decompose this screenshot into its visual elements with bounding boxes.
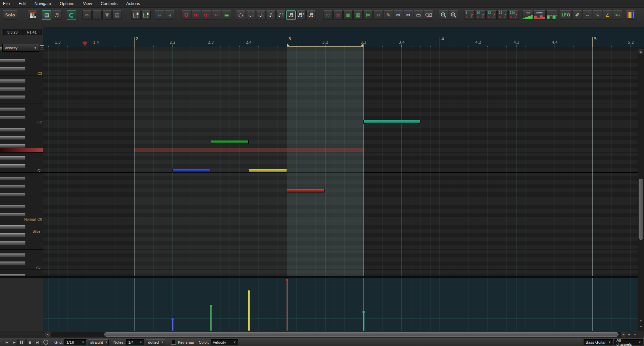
black-key[interactable] (0, 253, 26, 257)
lane-selector-dropdown[interactable]: Velocity ▼ (2, 44, 39, 52)
nudge-notes-icon[interactable]: ≡ (333, 10, 343, 20)
link-editor-icon[interactable]: ∞ (82, 10, 92, 20)
split-selection-icon[interactable]: ✂ (404, 10, 413, 20)
notation-view-icon[interactable]: ♬ (52, 10, 61, 20)
menu-options[interactable]: Options (60, 1, 74, 6)
repeat-button[interactable] (43, 340, 48, 345)
black-key[interactable] (0, 128, 26, 132)
grid-quantize-icon[interactable]: ▦ (353, 10, 363, 20)
play-button[interactable]: ▶ (11, 339, 18, 345)
highlighted-key-f1[interactable] (0, 148, 43, 152)
grid-size-dropdown[interactable]: 1/16 ▼ (64, 339, 87, 345)
quantize-end-icon[interactable]: Q| (202, 10, 211, 20)
loop-region-line[interactable] (287, 46, 363, 47)
snap-magnet-icon[interactable] (67, 10, 76, 20)
loop-end-flag[interactable] (360, 43, 363, 46)
timeline-ruler[interactable]: 23451.31.42.22.32.43.23.33.44.24.34.45.2 (43, 27, 644, 48)
event-properties-icon[interactable]: ▤ (112, 10, 122, 20)
compress-velocity-icon[interactable]: ▆↑▆↑ (546, 10, 557, 20)
razor-icon[interactable]: ▭ (414, 10, 423, 20)
horizontal-zoom-in-button[interactable]: + (628, 333, 630, 337)
black-key[interactable] (0, 177, 26, 180)
copy-notes-green-icon[interactable] (141, 10, 151, 20)
note-c1-b[interactable] (249, 169, 287, 172)
note-rows-icon[interactable]: ≣ (343, 10, 353, 20)
curve-draw-icon[interactable]: ⌣ (583, 10, 592, 20)
menu-contents[interactable]: Contents (101, 1, 117, 6)
velocity-stem-handle[interactable] (286, 279, 288, 281)
black-key[interactable] (0, 262, 26, 265)
pause-button[interactable]: ▌▌ (18, 339, 26, 345)
velocity-stem-handle[interactable] (171, 318, 174, 321)
velocity-stem[interactable] (363, 312, 364, 331)
fit-selection-icon[interactable]: [-] (374, 10, 383, 20)
velocity-stem-handle[interactable] (210, 305, 212, 307)
extend-note-left-icon[interactable]: -|→ (155, 10, 164, 20)
velocity-stem[interactable] (287, 280, 288, 331)
note-length-dropdown[interactable]: 1/4 ▼ (126, 339, 144, 345)
black-key[interactable] (0, 79, 26, 83)
horizontal-scroll-thumb[interactable] (104, 332, 618, 337)
black-key[interactable] (0, 136, 26, 140)
black-key[interactable] (0, 116, 26, 119)
hide-128th-icon[interactable]: 128✕♪ (508, 10, 519, 20)
menu-edit[interactable]: Edit (18, 1, 26, 6)
zoom-horizontal-icon[interactable] (439, 10, 448, 20)
key-snap-checkbox[interactable] (171, 340, 176, 345)
velocity-stem-handle[interactable] (248, 290, 250, 293)
vertical-zoom-out-button[interactable]: − (640, 325, 642, 329)
loop-start-flag[interactable] (287, 43, 290, 46)
lfo-button[interactable]: LFO (560, 10, 572, 20)
menu-view[interactable]: View (83, 1, 92, 6)
line-draw-icon[interactable]: ∠ (603, 10, 612, 20)
black-key[interactable] (0, 241, 26, 245)
hide-thirtysecond-icon[interactable]: 32✕♪ (486, 10, 497, 20)
black-key[interactable] (0, 88, 26, 91)
note-half-icon[interactable]: ♩ (246, 10, 255, 20)
velocity-lane[interactable] (43, 278, 638, 331)
black-key[interactable] (0, 213, 26, 217)
sine-draw-icon[interactable]: ∿ (593, 10, 602, 20)
vertical-zoom-in-button[interactable]: + (640, 319, 642, 323)
mouse-draw-icon[interactable]: ✐ (573, 10, 582, 20)
menu-navigate[interactable]: Navigate (35, 1, 51, 6)
black-key[interactable] (0, 225, 26, 229)
note-eighth-icon[interactable]: ♪ (266, 10, 276, 20)
freeze-quantize-icon[interactable]: ▬ (222, 10, 231, 20)
hide-eighth-icon[interactable]: 8✕♪ (464, 10, 475, 20)
splitter-grip-right[interactable] (624, 277, 634, 278)
black-key[interactable] (0, 108, 26, 111)
velocity-stem[interactable] (210, 306, 212, 331)
scroll-up-icon[interactable]: ▲ (638, 49, 643, 54)
velocity-stem[interactable] (172, 320, 174, 331)
black-key[interactable] (0, 67, 26, 71)
splitter-grip-left[interactable] (44, 277, 54, 278)
add-lane-button[interactable]: + (40, 45, 44, 50)
unquantize-icon[interactable]: ↩ (212, 10, 221, 20)
scroll-right-icon[interactable]: ▶ (621, 332, 626, 337)
color-map-icon[interactable] (626, 10, 635, 20)
black-key[interactable] (0, 156, 26, 160)
note-quarter-icon[interactable]: ♩ (256, 10, 265, 20)
event-shift-icon[interactable]: ≡→ (613, 10, 622, 20)
select-velocity-icon[interactable]: Select▅▂▆▃ (534, 10, 546, 20)
black-key[interactable] (0, 164, 26, 168)
filter-events-icon[interactable]: ▼ (102, 10, 112, 20)
piano-view-icon[interactable] (28, 10, 37, 20)
horizontal-zoom-out-button[interactable]: − (634, 333, 636, 337)
grid-swing-dropdown[interactable]: straight ▼ (88, 339, 109, 345)
velocity-stem[interactable] (248, 292, 250, 331)
black-key[interactable] (0, 274, 26, 276)
black-key[interactable] (0, 233, 26, 237)
black-key[interactable] (0, 193, 26, 196)
note-g1[interactable] (211, 140, 249, 144)
menu-actions[interactable]: Actions (126, 1, 140, 6)
legato-icon[interactable]: ♪♪ (323, 10, 333, 20)
vertical-scroll-thumb[interactable] (639, 179, 643, 240)
note-g0[interactable] (287, 189, 325, 192)
align-notes-icon[interactable]: ⊨ (363, 10, 373, 20)
zoom-all-icon[interactable]: A (449, 10, 458, 20)
black-key[interactable] (0, 59, 26, 63)
channel-filter-dropdown[interactable]: All channels ▼ (614, 339, 643, 345)
note-sixteenth-icon[interactable]: ♬ (286, 10, 296, 20)
